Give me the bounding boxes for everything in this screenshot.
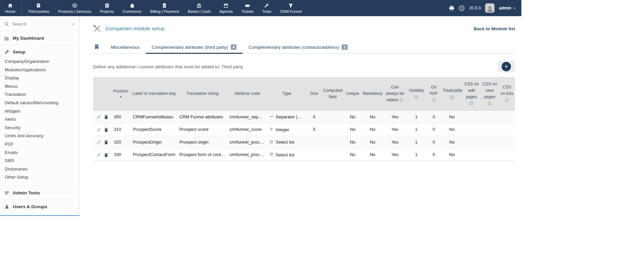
col-header-on-pdf[interactable]: On PDF i [426, 77, 441, 111]
back-to-module-list-link[interactable]: Back to Module list [474, 26, 515, 31]
col-header-css-on-view-pages[interactable]: CSS on view pages i [481, 77, 499, 111]
sidebar-section-users-groups[interactable]: Users & Groups [4, 204, 75, 209]
add-attribute-button[interactable]: + [502, 62, 511, 71]
description-row: Define any additional / custom attribute… [93, 61, 515, 73]
col-header-mandatory[interactable]: Mandatory [362, 77, 384, 111]
top-menu-home[interactable]: Home [1, 0, 22, 16]
edit-button[interactable] [96, 152, 101, 157]
setup-label: Setup [13, 49, 26, 54]
sidebar-item-company-organization[interactable]: Company/Organization [5, 58, 75, 66]
col-header-size[interactable]: Size [306, 77, 322, 111]
cell-css_lists [499, 136, 515, 149]
print-button[interactable] [449, 5, 455, 11]
sidebar-item-translation[interactable]: Translation [5, 90, 75, 99]
products-icon [72, 3, 77, 8]
cell-code: crmfunnel_pros… [227, 136, 267, 149]
top-menu-banks-cash[interactable]: Banks | Cash [183, 0, 215, 16]
col-header-css-on-lists[interactable]: CSS on lists i [499, 77, 515, 111]
sidebar-item-pdf[interactable]: PDF [5, 140, 75, 149]
top-menu-label-home: Home [5, 9, 15, 13]
cell-code: crmfunnel_sep… [227, 111, 267, 123]
edit-button[interactable] [96, 140, 101, 145]
col-header-label: Translation string [186, 91, 218, 96]
col-header-visibility[interactable]: Visibility i [406, 77, 426, 111]
sidebar-item-my-dashboard[interactable]: My Dashboard [4, 36, 75, 41]
col-header-label: Size [310, 91, 318, 96]
sidebar: ▾ My Dashboard Setup Company/Organizatio… [0, 16, 80, 216]
svg-text:?: ? [461, 6, 463, 10]
wrench-icon [4, 49, 9, 54]
sidebar-item-dictionaries[interactable]: Dictionaries [5, 165, 75, 174]
sidebar-item-modules-applications[interactable]: Modules/Applications [5, 66, 75, 74]
top-menu-agenda[interactable]: Agenda [215, 0, 237, 16]
col-header-position[interactable]: Position▼ [111, 77, 131, 111]
search-box: ▾ [0, 16, 79, 31]
info-icon: i [505, 98, 509, 103]
search-input[interactable] [12, 22, 68, 27]
col-header-css-on-edit-pages[interactable]: CSS on edit pages i [463, 77, 481, 111]
top-menu-billing-payment[interactable]: Billing | Payment [146, 0, 183, 16]
top-menu-tools[interactable]: Tools [258, 0, 276, 16]
sidebar-item-limits-and-accuracy[interactable]: Limits and accuracy [5, 132, 75, 140]
sidebar-item-security[interactable]: Security [5, 124, 75, 132]
cell-css_view [481, 111, 499, 123]
cell-unique: No [344, 123, 362, 136]
help-button[interactable]: ? [459, 5, 465, 11]
tab-complementary-attributes-contacts-address[interactable]: Complementary attributes (contacts/addre… [243, 41, 354, 53]
sidebar-item-default-values-filters-sorting[interactable]: Default values/filters/sorting [5, 99, 75, 107]
col-header-type[interactable]: Type [267, 77, 307, 111]
col-header-totalizable[interactable]: Totalizable i [441, 77, 462, 111]
col-header-label-or-translation-key[interactable]: Label or translation key [131, 77, 177, 111]
delete-button[interactable] [104, 127, 109, 132]
col-header-translation-string[interactable]: Translation string [177, 77, 227, 111]
attribute-row-310: 310ProspectScoreProspect scorecrmfunnel_… [93, 123, 515, 136]
sidebar-item-alerts[interactable]: Alerts [5, 115, 75, 124]
avatar[interactable] [485, 3, 495, 13]
top-menu-commerce[interactable]: Commerce [118, 0, 146, 16]
dashboard-label: My Dashboard [13, 36, 44, 41]
top-menu-tickets[interactable]: Tickets [237, 0, 258, 16]
info-icon: i [469, 101, 474, 106]
top-menu-third-parties[interactable]: Third parties [24, 0, 54, 16]
col-header-label: Type [282, 91, 291, 96]
col-header-unique[interactable]: Unique [344, 77, 362, 111]
cell-css_edit [463, 148, 481, 161]
cell-unique: No [344, 136, 362, 149]
sidebar-section-setup[interactable]: Setup [4, 49, 75, 54]
user-photo-icon [486, 5, 494, 13]
top-menu-projects[interactable]: Projects [95, 0, 118, 16]
col-header-computed-field[interactable]: Computed field [322, 77, 344, 111]
edit-button[interactable] [96, 114, 101, 120]
cell-visibility: 1 [406, 111, 426, 123]
admin-tools-section: Admin Tools [0, 186, 79, 200]
tabs: MiscellaneousComplementary attributes (t… [93, 41, 515, 54]
delete-button[interactable] [104, 152, 109, 157]
cell-always_editable: Yes [383, 123, 406, 136]
col-header-can-always-be-edited[interactable]: Can always be edited i [383, 77, 406, 111]
delete-button[interactable] [104, 114, 109, 120]
sidebar-item-menus[interactable]: Menus [5, 82, 75, 91]
cell-always_editable: Yes [383, 111, 406, 123]
sidebar-item-display[interactable]: Display [5, 74, 75, 82]
edit-button[interactable] [96, 127, 101, 132]
search-dropdown-caret-icon[interactable]: ▾ [71, 22, 75, 26]
cell-position: 310 [111, 123, 131, 136]
printer-icon [449, 5, 455, 11]
tab-miscellaneous[interactable]: Miscellaneous [105, 42, 146, 53]
sidebar-item-widgets[interactable]: Widgets [5, 107, 75, 116]
delete-button[interactable] [104, 140, 109, 145]
users-groups-section: Users & Groups [0, 200, 79, 213]
sort-desc-icon[interactable]: ▼ [112, 95, 130, 99]
sidebar-item-emails[interactable]: Emails [5, 149, 75, 157]
sidebar-item-other-setup[interactable]: Other Setup [5, 173, 75, 182]
tab-complementary-attributes-third-party[interactable]: Complementary attributes (third party)4 [146, 41, 243, 53]
sidebar-item-sms[interactable]: SMS [5, 157, 75, 165]
top-menu-crm-funnel[interactable]: CRM Funnel [275, 0, 306, 16]
user-menu[interactable]: admin [499, 6, 516, 10]
col-header-attribute-code[interactable]: Attribute code [227, 77, 267, 111]
top-menu-products-services[interactable]: Products | Services [54, 0, 96, 16]
sidebar-section-admin-tools[interactable]: Admin Tools [4, 190, 75, 195]
third-parties-icon [36, 3, 41, 8]
top-menu-label-projects: Projects [100, 9, 114, 13]
module-icon [94, 44, 99, 49]
